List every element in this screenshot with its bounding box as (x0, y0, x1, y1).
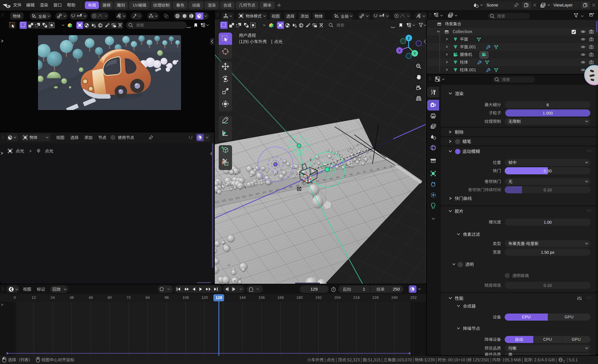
svg-text:Y: Y (414, 52, 416, 56)
svg-text:Z: Z (408, 36, 410, 40)
svg-text:X: X (398, 49, 401, 53)
